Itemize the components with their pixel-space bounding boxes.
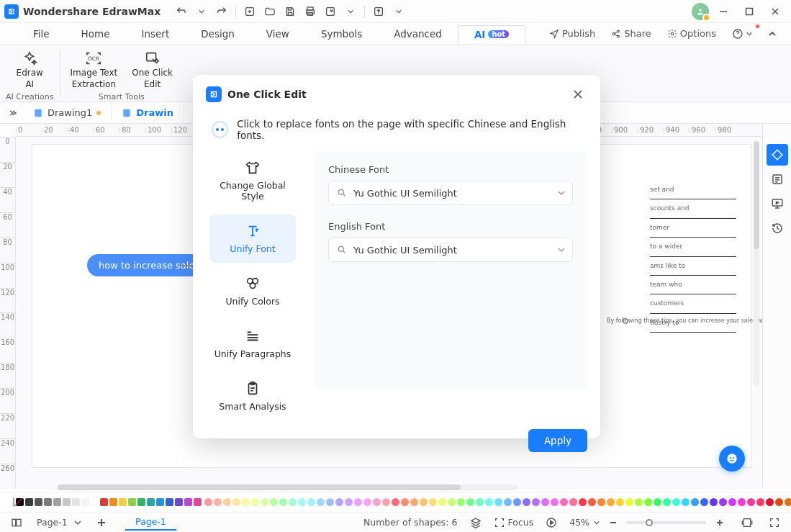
color-swatch[interactable] — [214, 498, 222, 506]
color-swatch[interactable] — [72, 498, 80, 506]
color-swatch[interactable] — [166, 498, 173, 506]
color-swatch[interactable] — [541, 498, 549, 506]
color-swatch[interactable] — [410, 498, 418, 506]
color-swatch[interactable] — [597, 498, 605, 506]
color-swatch[interactable] — [766, 498, 774, 506]
color-swatch[interactable] — [513, 498, 521, 506]
color-swatch[interactable] — [128, 498, 136, 506]
menu-advanced[interactable]: Advanced — [378, 25, 458, 42]
focus-mode-button[interactable]: Focus — [494, 517, 534, 528]
menu-symbols[interactable]: Symbols — [305, 25, 378, 42]
menu-file[interactable]: File — [17, 25, 65, 42]
color-swatch[interactable] — [298, 498, 306, 506]
color-swatch[interactable] — [438, 498, 446, 506]
color-swatch[interactable] — [156, 498, 164, 506]
user-avatar[interactable] — [692, 3, 709, 20]
fullscreen-button[interactable] — [765, 513, 784, 532]
menu-ai[interactable]: AI hot — [458, 25, 525, 44]
color-swatch[interactable] — [289, 498, 297, 506]
color-swatch[interactable] — [137, 498, 145, 506]
share-button[interactable]: Share — [605, 26, 657, 41]
no-color-swatch[interactable] — [13, 497, 14, 507]
import-button[interactable] — [369, 2, 388, 21]
color-swatch[interactable] — [448, 498, 456, 506]
color-swatch[interactable] — [100, 498, 108, 506]
menu-view[interactable]: View — [250, 25, 305, 42]
color-swatch[interactable] — [345, 498, 353, 506]
pages-panel-button[interactable] — [7, 513, 26, 532]
layers-button[interactable] — [466, 513, 485, 532]
color-swatch[interactable] — [44, 498, 52, 506]
close-window-button[interactable] — [764, 1, 787, 22]
color-swatch[interactable] — [81, 498, 89, 506]
zoom-slider[interactable] — [627, 521, 706, 524]
color-swatch[interactable] — [204, 498, 212, 506]
apply-button[interactable]: Apply — [528, 429, 587, 452]
color-swatch[interactable] — [335, 498, 343, 506]
color-swatch[interactable] — [354, 498, 362, 506]
menu-insert[interactable]: Insert — [125, 25, 185, 42]
color-swatch[interactable] — [551, 498, 559, 506]
color-swatch[interactable] — [401, 498, 409, 506]
color-swatch[interactable] — [672, 498, 680, 506]
color-swatch[interactable] — [279, 498, 287, 506]
maximize-button[interactable] — [738, 1, 761, 22]
color-swatch[interactable] — [420, 498, 428, 506]
undo-button[interactable] — [172, 2, 191, 21]
side-unify-colors[interactable]: Unify Colors — [209, 267, 296, 315]
open-button[interactable] — [261, 2, 279, 21]
zoom-in-button[interactable] — [710, 513, 729, 532]
color-swatch[interactable] — [382, 498, 390, 506]
chinese-font-select[interactable]: Yu Gothic UI Semilight — [328, 181, 573, 205]
rightpanel-history-button[interactable] — [767, 217, 788, 239]
fit-page-button[interactable] — [738, 513, 756, 532]
add-page-button[interactable] — [92, 513, 111, 532]
color-swatch[interactable] — [147, 498, 155, 506]
side-smart-analysis[interactable]: Smart Analysis — [209, 372, 296, 420]
help-button[interactable] — [726, 26, 758, 42]
color-swatch[interactable] — [682, 498, 690, 506]
color-swatch[interactable] — [747, 498, 755, 506]
one-click-edit-button[interactable]: One Click Edit — [127, 49, 177, 91]
tab-overflow-button[interactable] — [3, 104, 23, 122]
color-swatch[interactable] — [579, 498, 587, 506]
color-swatch[interactable] — [307, 498, 315, 506]
import-dropdown[interactable] — [389, 2, 408, 21]
new-button[interactable] — [240, 2, 259, 21]
color-swatch[interactable] — [63, 498, 71, 506]
document-tab-2[interactable]: Drawin — [112, 104, 184, 121]
color-swatch[interactable] — [504, 498, 512, 506]
color-swatch[interactable] — [35, 498, 42, 506]
color-swatch[interactable] — [251, 498, 259, 506]
color-swatch[interactable] — [392, 498, 399, 506]
color-swatch[interactable] — [625, 498, 633, 506]
color-swatch[interactable] — [373, 498, 381, 506]
export-dropdown[interactable] — [341, 2, 360, 21]
menu-home[interactable]: Home — [65, 25, 126, 42]
color-swatch[interactable] — [663, 498, 671, 506]
side-change-global-style[interactable]: Change Global Style — [209, 151, 296, 210]
publish-button[interactable]: Publish — [543, 26, 601, 41]
color-swatch[interactable] — [270, 498, 278, 506]
play-button[interactable] — [542, 513, 561, 532]
color-swatch[interactable] — [588, 498, 596, 506]
color-swatch[interactable] — [184, 498, 192, 506]
color-swatch[interactable] — [616, 498, 624, 506]
rightpanel-presentation-button[interactable] — [767, 193, 788, 215]
color-swatch[interactable] — [569, 498, 577, 506]
export-button[interactable] — [321, 2, 340, 21]
image-text-extraction-button[interactable]: OCR Image Text Extraction — [66, 49, 122, 91]
page-tab-1[interactable]: Page-1 — [125, 514, 176, 531]
color-swatch[interactable] — [232, 498, 240, 506]
color-swatch[interactable] — [523, 498, 530, 506]
english-font-select[interactable]: Yu Gothic UI Semilight — [328, 238, 573, 262]
print-button[interactable] — [301, 2, 320, 21]
modal-close-button[interactable] — [569, 85, 587, 104]
color-swatch[interactable] — [728, 498, 736, 506]
color-swatch[interactable] — [194, 498, 202, 506]
color-swatch[interactable] — [457, 498, 465, 506]
options-button[interactable]: Options — [661, 26, 722, 41]
color-swatch[interactable] — [476, 498, 484, 506]
edraw-ai-button[interactable]: Edraw AI — [12, 49, 48, 91]
color-swatch[interactable] — [326, 498, 334, 506]
